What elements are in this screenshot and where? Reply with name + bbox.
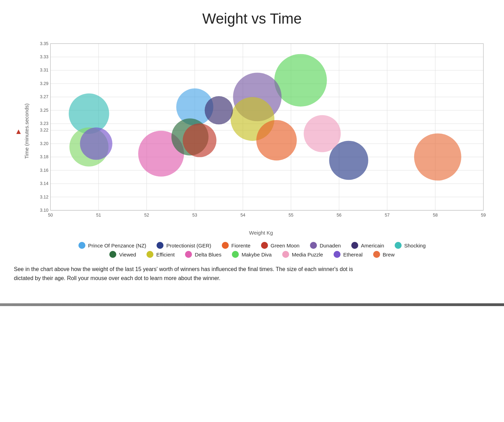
legend-label: Viewed [119, 252, 136, 258]
svg-text:3.27: 3.27 [40, 94, 49, 99]
legend-item: Fiorente [222, 242, 251, 249]
legend-label: Brew [383, 252, 395, 258]
svg-text:55: 55 [288, 213, 293, 218]
svg-text:3.33: 3.33 [40, 54, 49, 59]
legend-label: Ethereal [343, 252, 363, 258]
svg-text:3.31: 3.31 [40, 68, 49, 73]
svg-text:3.35: 3.35 [40, 41, 49, 46]
legend-dot [351, 242, 358, 249]
svg-text:3.12: 3.12 [40, 195, 49, 200]
svg-point-61 [304, 115, 341, 152]
legend-label: Fiorente [232, 243, 251, 248]
y-axis-label: Time (minutes.seconds) [24, 103, 30, 159]
legend-dot [373, 251, 380, 258]
svg-text:3.10: 3.10 [40, 208, 49, 213]
svg-text:53: 53 [192, 213, 197, 218]
legend-dot [157, 242, 163, 249]
legend-dot [261, 242, 268, 249]
legend-item: Efficient [146, 251, 175, 258]
svg-text:54: 54 [241, 213, 245, 218]
legend-item: Viewed [109, 251, 136, 258]
legend-label: Efficient [156, 252, 175, 258]
legend-item: Media Puzzle [282, 251, 323, 258]
svg-point-62 [183, 124, 216, 157]
bottom-bar [0, 303, 504, 306]
legend-dot [282, 251, 289, 258]
svg-text:3.22: 3.22 [40, 128, 49, 133]
legend-item: Brew [373, 251, 395, 258]
legend-dot [232, 251, 239, 258]
svg-point-55 [256, 120, 296, 160]
legend-item: Americain [351, 242, 384, 249]
svg-text:51: 51 [96, 213, 101, 218]
description: See in the chart above how the weight of… [14, 265, 361, 282]
svg-text:3.18: 3.18 [40, 154, 49, 159]
legend-row-2: ViewedEfficientDelta BluesMakybe DivaMed… [14, 251, 490, 258]
x-axis-label: Weight Kg [32, 230, 490, 236]
legend-label: Green Moon [271, 243, 300, 248]
svg-text:50: 50 [48, 213, 53, 218]
svg-text:58: 58 [433, 213, 438, 218]
legend-item: Delta Blues [185, 251, 221, 258]
legend-label: Delta Blues [195, 252, 221, 258]
legend-item: Dunaden [310, 242, 341, 249]
svg-text:57: 57 [385, 213, 389, 218]
legend-label: Shocking [404, 243, 426, 248]
legend-label: Americain [361, 243, 384, 248]
svg-text:3.16: 3.16 [40, 168, 49, 173]
legend-item: Protectionist (GER) [157, 242, 211, 249]
svg-text:3.14: 3.14 [40, 181, 49, 186]
legend-label: Dunaden [320, 243, 341, 248]
legend-row-1: Prince Of Penzance (NZ)Protectionist (GE… [14, 242, 490, 249]
legend-item: Green Moon [261, 242, 300, 249]
chart-svg: 3.103.123.143.163.183.203.223.233.253.27… [32, 34, 490, 228]
legend-label: Makybe Diva [242, 252, 272, 258]
legend-dot [78, 242, 85, 249]
legend-label: Protectionist (GER) [166, 243, 211, 248]
chart-container: 3.103.123.143.163.183.203.223.233.253.27… [32, 34, 490, 228]
legend-dot [185, 251, 192, 258]
svg-text:3.23: 3.23 [40, 121, 49, 126]
page: Weight vs Time ▲ Time (minutes.seconds) … [0, 0, 504, 293]
legend-label: Prince Of Penzance (NZ) [88, 243, 146, 248]
svg-point-64 [205, 96, 233, 125]
legend-dot [222, 242, 229, 249]
legend-dot [395, 242, 402, 249]
legend-dot [310, 242, 317, 249]
legend-dot [109, 251, 116, 258]
legend-dot [334, 251, 341, 258]
chart-title: Weight vs Time [14, 10, 490, 27]
svg-text:3.20: 3.20 [40, 141, 49, 146]
svg-text:3.29: 3.29 [40, 81, 49, 86]
svg-text:59: 59 [481, 213, 486, 218]
legend-item: Ethereal [334, 251, 363, 258]
legend: Prince Of Penzance (NZ)Protectionist (GE… [14, 242, 490, 258]
svg-text:56: 56 [337, 213, 342, 218]
svg-text:52: 52 [144, 213, 149, 218]
legend-item: Shocking [395, 242, 426, 249]
legend-dot [146, 251, 153, 258]
legend-item: Makybe Diva [232, 251, 272, 258]
y-arrow-icon: ▲ [14, 127, 23, 136]
svg-point-50 [274, 54, 327, 107]
svg-text:3.25: 3.25 [40, 108, 49, 113]
legend-item: Prince Of Penzance (NZ) [78, 242, 146, 249]
svg-point-63 [80, 127, 112, 160]
legend-label: Media Puzzle [292, 252, 323, 258]
svg-point-52 [414, 133, 461, 180]
